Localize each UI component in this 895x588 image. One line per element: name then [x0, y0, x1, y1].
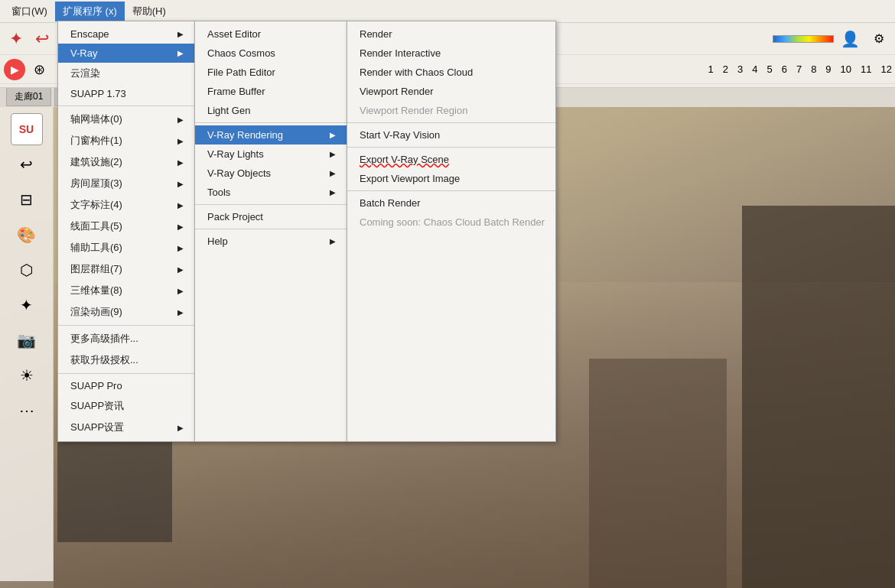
menu-pack-project[interactable]: Pack Project: [195, 207, 347, 226]
arrow-axis: ▶: [177, 115, 184, 124]
menu-line-face[interactable]: 线面工具(5) ▶: [58, 216, 194, 237]
menu-render-interactive[interactable]: Render Interactive: [347, 44, 555, 63]
arrow-vray: ▶: [177, 49, 184, 57]
menu-suapp-pro[interactable]: SUAPP Pro: [58, 376, 194, 395]
tab-corridor-01[interactable]: 走廊01: [6, 87, 51, 106]
menu-help[interactable]: Help ▶: [195, 232, 347, 251]
menu-more-plugins[interactable]: 更多高级插件...: [58, 328, 194, 349]
arrow-3d: ▶: [177, 287, 184, 295]
scale-numbers: 1 2 3 4 5 6 7 8 9 10 11 12: [708, 63, 892, 75]
scale-num-1: 1: [708, 63, 713, 75]
left-icon-fog[interactable]: ⋯: [11, 395, 43, 427]
arrow-layer: ▶: [177, 265, 184, 274]
left-icon-components[interactable]: ⬡: [11, 254, 43, 286]
rendering-divider-3: [347, 190, 555, 191]
menu-cloud-render[interactable]: 云渲染: [58, 63, 194, 84]
menu-suapp173[interactable]: SUAPP 1.73: [58, 84, 194, 103]
menu-arch-facility[interactable]: 建筑设施(2) ▶: [58, 151, 194, 173]
menu-text-label[interactable]: 文字标注(4) ▶: [58, 194, 194, 216]
menu-room-roof[interactable]: 房间屋顶(3) ▶: [58, 173, 194, 194]
arrow-text: ▶: [177, 201, 184, 210]
arrow-line: ▶: [177, 223, 184, 231]
left-icon-move[interactable]: ↩: [11, 148, 43, 180]
arrow-render: ▶: [177, 308, 184, 317]
arrow-room: ▶: [177, 180, 184, 188]
menu-3d-mass[interactable]: 三维体量(8) ▶: [58, 280, 194, 301]
arrow-vray-lights: ▶: [330, 150, 336, 158]
arrow-arch: ▶: [177, 158, 184, 167]
menu-asset-editor[interactable]: Asset Editor: [195, 24, 347, 44]
menu-vray-objects[interactable]: V-Ray Objects ▶: [195, 164, 347, 183]
rendering-divider-1: [347, 122, 555, 123]
left-icon-layers[interactable]: ⊟: [11, 184, 43, 216]
menu-render[interactable]: Render: [347, 24, 555, 44]
settings-icon[interactable]: ⚙: [867, 27, 891, 51]
menu-axis-wall[interactable]: 轴网墙体(0) ▶: [58, 109, 194, 130]
menu-vray-rendering-sub: Render Render Interactive Render with Ch…: [347, 21, 556, 442]
door-element: [742, 206, 895, 588]
menu-render-chaos-cloud[interactable]: Render with Chaos Cloud: [347, 63, 555, 82]
scale-num-2: 2: [723, 63, 728, 75]
menu-frame-buffer[interactable]: Frame Buffer: [195, 82, 347, 101]
left-icon-shadows[interactable]: ☀: [11, 359, 43, 391]
account-icon[interactable]: 👤: [838, 27, 862, 51]
scale-num-3: 3: [737, 63, 743, 75]
menu-extensions: Enscape ▶ V-Ray ▶ 云渲染 SUAPP 1.73 轴网墙体(0)…: [57, 21, 195, 442]
left-icon-materials[interactable]: 🎨: [11, 219, 43, 251]
vray-render-icon[interactable]: ▶: [4, 59, 25, 80]
menu-vray-lights[interactable]: V-Ray Lights ▶: [195, 145, 347, 164]
arrow-door: ▶: [177, 137, 184, 145]
color-bar: [773, 35, 834, 43]
toolbar-right-section: 👤 ⚙: [773, 27, 892, 51]
menu-export-vray-scene[interactable]: Export V-Ray Scene: [347, 150, 555, 169]
divider-1: [58, 106, 194, 106]
menu-viewport-render-region: Viewport Render Region: [347, 101, 555, 120]
scale-num-6: 6: [782, 63, 787, 75]
scale-num-5: 5: [766, 63, 772, 75]
scale-num-10: 10: [841, 63, 851, 75]
menu-file-path-editor[interactable]: File Path Editor: [195, 63, 347, 82]
menubar-item-extensions[interactable]: 扩展程序 (x): [55, 2, 125, 21]
arrow-aux: ▶: [177, 244, 184, 252]
menu-chaos-cosmos[interactable]: Chaos Cosmos: [195, 44, 347, 63]
menu-suapp-news[interactable]: SUAPP资讯: [58, 395, 194, 417]
menu-get-license[interactable]: 获取升级授权...: [58, 349, 194, 371]
vray-ipr-icon[interactable]: ⊛: [27, 57, 51, 82]
left-icon-scenes[interactable]: 📷: [11, 324, 43, 356]
vray-icon-2[interactable]: ↩: [30, 27, 54, 51]
menu-aux-tools[interactable]: 辅助工具(6) ▶: [58, 237, 194, 258]
menu-light-gen[interactable]: Light Gen: [195, 101, 347, 120]
menu-export-viewport-image[interactable]: Export Viewport Image: [347, 169, 555, 188]
scale-num-4: 4: [752, 63, 757, 75]
divider-2: [58, 325, 194, 326]
menu-tools[interactable]: Tools ▶: [195, 183, 347, 202]
vray-divider-1: [195, 122, 347, 123]
arrow-suapp-settings: ▶: [177, 424, 184, 432]
menu-vray[interactable]: V-Ray ▶: [58, 44, 194, 63]
menu-vray-sub: Asset Editor Chaos Cosmos File Path Edit…: [194, 21, 347, 442]
left-icon-suapp[interactable]: SU: [11, 113, 43, 145]
menu-batch-render[interactable]: Batch Render: [347, 193, 555, 213]
arrow-tools: ▶: [330, 188, 336, 197]
menu-chaos-cloud-batch: Coming soon: Chaos Cloud Batch Render: [347, 213, 555, 232]
menu-door-window[interactable]: 门窗构件(1) ▶: [58, 130, 194, 151]
arrow-enscape: ▶: [177, 30, 184, 38]
menubar: 窗口(W) 扩展程序 (x) 帮助(H): [0, 0, 895, 23]
left-icon-styles[interactable]: ✦: [11, 289, 43, 321]
vray-divider-3: [195, 229, 347, 229]
wall-element: [589, 359, 727, 588]
menubar-item-window[interactable]: 窗口(W): [4, 2, 55, 21]
menu-start-vision[interactable]: Start V-Ray Vision: [347, 125, 555, 145]
menu-viewport-render[interactable]: Viewport Render: [347, 82, 555, 101]
menu-vray-rendering[interactable]: V-Ray Rendering ▶: [195, 125, 347, 145]
menu-render-anim[interactable]: 渲染动画(9) ▶: [58, 301, 194, 323]
menubar-item-help[interactable]: 帮助(H): [125, 2, 174, 21]
vray-icon-1[interactable]: ✦: [4, 27, 28, 51]
scale-num-11: 11: [861, 63, 871, 75]
menu-enscape[interactable]: Enscape ▶: [58, 24, 194, 44]
scale-num-9: 9: [825, 63, 831, 75]
scale-num-7: 7: [796, 63, 802, 75]
menu-layer-group[interactable]: 图层群组(7) ▶: [58, 258, 194, 280]
arrow-vray-objects: ▶: [330, 169, 336, 177]
menu-suapp-settings[interactable]: SUAPP设置 ▶: [58, 417, 194, 438]
